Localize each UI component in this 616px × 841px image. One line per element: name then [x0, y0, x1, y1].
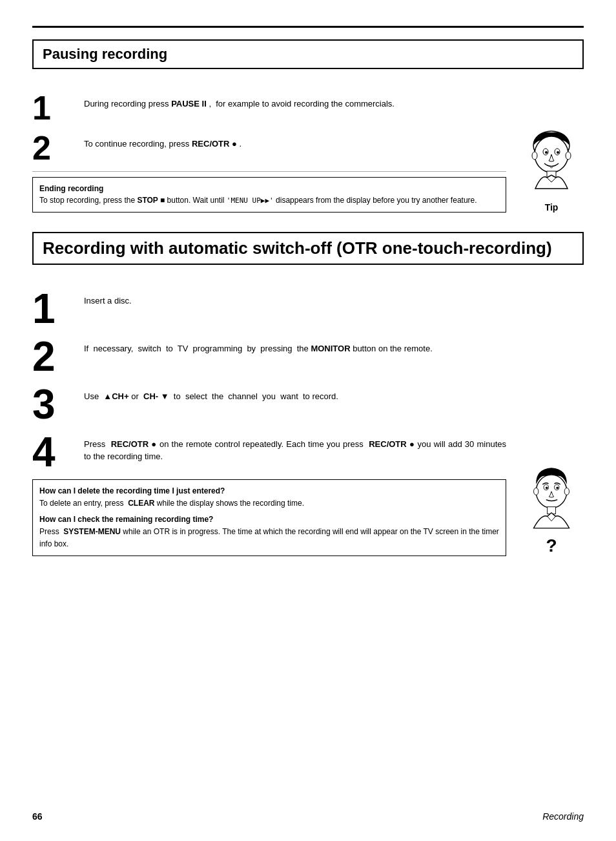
section2-step-content-4: Press REC/OTR ● on the remote control re…: [84, 431, 506, 463]
recotr-label2: REC/OTR ●: [111, 439, 157, 449]
step-content-2: To continue recording, press REC/OTR ● .: [84, 131, 506, 151]
svg-point-5: [557, 151, 559, 154]
section2-step-content-3: Use ▲CH+ or CH- ▼ to select the channel …: [84, 384, 506, 403]
tip-face-illustration: [522, 127, 580, 198]
step-number-2: 2: [32, 131, 71, 165]
info-a1: To delete an entry, press CLEAR while th…: [39, 497, 499, 510]
top-rule: [32, 26, 584, 28]
ending-title: Ending recording: [39, 183, 499, 194]
ch-minus-label: CH- ▼: [143, 391, 169, 401]
section1-content: 1 During recording press PAUSE II , for …: [32, 91, 584, 213]
section2: Recording with automatic switch-off (OTR…: [32, 232, 584, 557]
section2-step-number-4: 4: [32, 431, 71, 473]
svg-point-15: [564, 488, 569, 495]
q2-label: How can I check the remaining recording …: [39, 515, 213, 524]
section2-header: Recording with automatic switch-off (OTR…: [32, 232, 584, 265]
section1-title: Pausing recording: [43, 46, 573, 63]
pause-button-label: PAUSE II: [171, 99, 207, 109]
section2-step-content-2: If necessary, switch to TV programming b…: [84, 336, 506, 355]
question-face-illustration: [522, 462, 580, 533]
section1-steps: 1 During recording press PAUSE II , for …: [32, 91, 506, 213]
question-right: ?: [519, 288, 584, 557]
q1-label: How can I delete the recording time I ju…: [39, 486, 225, 495]
stop-label: STOP ■: [137, 196, 165, 205]
section2-step-3: 3 Use ▲CH+ or CH- ▼ to select the channe…: [32, 384, 506, 425]
info-q2: How can I check the remaining recording …: [39, 514, 499, 526]
clear-label: CLEAR: [128, 499, 154, 508]
svg-point-6: [532, 152, 537, 160]
footer-label: Recording: [542, 811, 584, 822]
ch-plus-label: ▲CH+: [103, 391, 128, 401]
tip-right: Tip: [519, 91, 584, 213]
page-number: 66: [32, 811, 43, 822]
system-menu-label: SYSTEM-MENU: [63, 527, 121, 536]
section2-step3-text: Use ▲CH+ or CH- ▼ to select the channel …: [84, 390, 506, 403]
svg-point-7: [566, 152, 571, 160]
svg-point-12: [546, 487, 548, 490]
section2-steps: 1 Insert a disc. 2 If necessary, switch …: [32, 288, 506, 557]
info-box: How can I delete the recording time I ju…: [32, 479, 506, 557]
svg-point-4: [545, 151, 548, 154]
step1-text: During recording press PAUSE II , for ex…: [84, 98, 506, 110]
question-mark: ?: [546, 535, 557, 556]
info-q1: How can I delete the recording time I ju…: [39, 485, 499, 497]
step-2: 2 To continue recording, press REC/OTR ●…: [32, 131, 506, 165]
section2-step-2: 2 If necessary, switch to TV programming…: [32, 336, 506, 377]
section2-step1-text: Insert a disc.: [84, 295, 506, 307]
section2-content: 1 Insert a disc. 2 If necessary, switch …: [32, 288, 584, 557]
section2-step-4: 4 Press REC/OTR ● on the remote control …: [32, 431, 506, 473]
section2-step-content-1: Insert a disc.: [84, 288, 506, 307]
section2-step-number-2: 2: [32, 336, 71, 377]
menu-up-text: 'MENU UP▶▶': [227, 196, 274, 205]
monitor-label: MONITOR: [311, 344, 350, 353]
section1-header: Pausing recording: [32, 39, 584, 69]
recotr-label3: REC/OTR ●: [369, 439, 415, 449]
section2-step4-text: Press REC/OTR ● on the remote control re…: [84, 438, 506, 463]
tip-label: Tip: [545, 202, 559, 213]
section2-step-number-1: 1: [32, 288, 71, 329]
section2-step-number-3: 3: [32, 384, 71, 425]
section2-step2-text: If necessary, switch to TV programming b…: [84, 342, 506, 355]
page: Pausing recording 1 During recording pre…: [0, 0, 616, 841]
info-a2: Press SYSTEM-MENU while an OTR is in pro…: [39, 526, 499, 550]
ending-text: To stop recording, press the STOP ■ butt…: [39, 194, 499, 207]
svg-point-13: [556, 487, 559, 490]
step2-text: To continue recording, press REC/OTR ● .: [84, 138, 506, 151]
step-content-1: During recording press PAUSE II , for ex…: [84, 91, 506, 110]
recotr-label: REC/OTR ●: [192, 139, 237, 149]
divider: [32, 171, 506, 172]
step-number-1: 1: [32, 91, 71, 125]
ending-box: Ending recording To stop recording, pres…: [32, 177, 506, 213]
section2-step-1: 1 Insert a disc.: [32, 288, 506, 329]
footer: 66 Recording: [32, 811, 584, 822]
step-1: 1 During recording press PAUSE II , for …: [32, 91, 506, 125]
svg-point-14: [534, 488, 539, 495]
section2-title: Recording with automatic switch-off (OTR…: [43, 238, 573, 258]
